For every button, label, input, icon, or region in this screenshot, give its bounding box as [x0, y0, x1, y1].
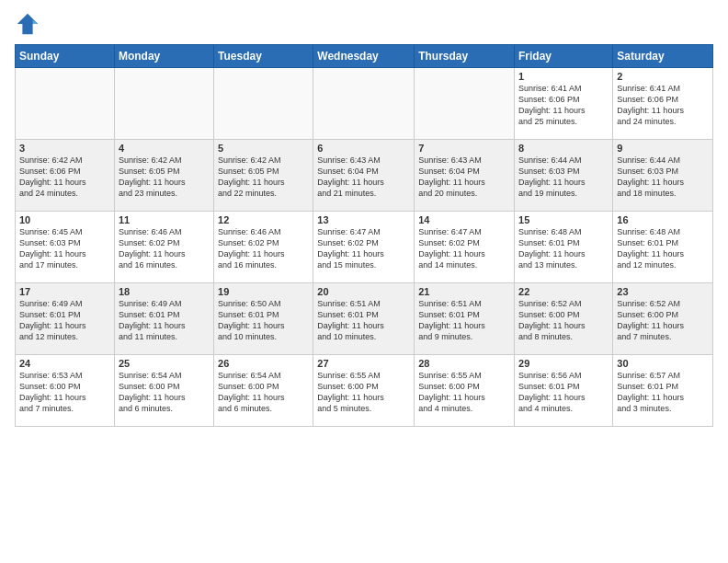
day-number: 8: [518, 143, 609, 154]
calendar-day-cell: 6Sunrise: 6:43 AM Sunset: 6:04 PM Daylig…: [313, 140, 415, 212]
calendar-day-cell: 8Sunrise: 6:44 AM Sunset: 6:03 PM Daylig…: [515, 140, 613, 212]
day-info: Sunrise: 6:49 AM Sunset: 6:01 PM Dayligh…: [19, 298, 110, 343]
calendar-week-row: 17Sunrise: 6:49 AM Sunset: 6:01 PM Dayli…: [16, 283, 713, 355]
day-info: Sunrise: 6:54 AM Sunset: 6:00 PM Dayligh…: [218, 370, 309, 415]
day-info: Sunrise: 6:54 AM Sunset: 6:00 PM Dayligh…: [119, 370, 210, 415]
day-info: Sunrise: 6:41 AM Sunset: 6:06 PM Dayligh…: [518, 83, 609, 128]
day-info: Sunrise: 6:52 AM Sunset: 6:00 PM Dayligh…: [617, 298, 709, 343]
day-info: Sunrise: 6:43 AM Sunset: 6:04 PM Dayligh…: [317, 155, 410, 200]
calendar-day-cell: 18Sunrise: 6:49 AM Sunset: 6:01 PM Dayli…: [114, 283, 213, 355]
day-info: Sunrise: 6:57 AM Sunset: 6:01 PM Dayligh…: [617, 370, 709, 415]
day-number: 18: [119, 286, 210, 297]
day-number: 25: [119, 358, 210, 369]
calendar-day-cell: 22Sunrise: 6:52 AM Sunset: 6:00 PM Dayli…: [515, 283, 613, 355]
day-number: 16: [617, 214, 709, 225]
calendar-day-cell: 19Sunrise: 6:50 AM Sunset: 6:01 PM Dayli…: [214, 283, 313, 355]
day-number: 22: [518, 286, 609, 297]
calendar-day-cell: 28Sunrise: 6:55 AM Sunset: 6:00 PM Dayli…: [415, 355, 515, 427]
weekday-header: Friday: [515, 45, 613, 68]
day-number: 1: [518, 71, 609, 82]
logo-icon: [15, 11, 40, 37]
day-number: 4: [119, 143, 210, 154]
day-number: 19: [218, 286, 309, 297]
calendar-week-row: 3Sunrise: 6:42 AM Sunset: 6:06 PM Daylig…: [16, 140, 713, 212]
day-info: Sunrise: 6:42 AM Sunset: 6:06 PM Dayligh…: [19, 155, 110, 200]
calendar-day-cell: [415, 68, 515, 140]
calendar-day-cell: 14Sunrise: 6:47 AM Sunset: 6:02 PM Dayli…: [415, 212, 515, 283]
day-info: Sunrise: 6:52 AM Sunset: 6:00 PM Dayligh…: [518, 298, 609, 343]
calendar-day-cell: 3Sunrise: 6:42 AM Sunset: 6:06 PM Daylig…: [16, 140, 115, 212]
weekday-header: Thursday: [415, 45, 515, 68]
day-number: 10: [19, 214, 110, 225]
calendar-day-cell: 9Sunrise: 6:44 AM Sunset: 6:03 PM Daylig…: [613, 140, 713, 212]
day-number: 20: [317, 286, 410, 297]
calendar-day-cell: 11Sunrise: 6:46 AM Sunset: 6:02 PM Dayli…: [114, 212, 213, 283]
day-number: 12: [218, 214, 309, 225]
day-info: Sunrise: 6:46 AM Sunset: 6:02 PM Dayligh…: [119, 226, 210, 271]
calendar-day-cell: [114, 68, 213, 140]
day-info: Sunrise: 6:47 AM Sunset: 6:02 PM Dayligh…: [317, 226, 410, 271]
day-number: 13: [317, 214, 410, 225]
logo: [15, 11, 44, 37]
weekday-header: Monday: [114, 45, 213, 68]
day-info: Sunrise: 6:45 AM Sunset: 6:03 PM Dayligh…: [19, 226, 110, 271]
calendar-day-cell: 4Sunrise: 6:42 AM Sunset: 6:05 PM Daylig…: [114, 140, 213, 212]
day-number: 3: [19, 143, 110, 154]
day-info: Sunrise: 6:47 AM Sunset: 6:02 PM Dayligh…: [418, 226, 510, 271]
day-info: Sunrise: 6:46 AM Sunset: 6:02 PM Dayligh…: [218, 226, 309, 271]
day-info: Sunrise: 6:43 AM Sunset: 6:04 PM Dayligh…: [418, 155, 510, 200]
calendar-day-cell: 15Sunrise: 6:48 AM Sunset: 6:01 PM Dayli…: [515, 212, 613, 283]
calendar-day-cell: 20Sunrise: 6:51 AM Sunset: 6:01 PM Dayli…: [313, 283, 415, 355]
calendar-day-cell: 30Sunrise: 6:57 AM Sunset: 6:01 PM Dayli…: [613, 355, 713, 427]
day-info: Sunrise: 6:53 AM Sunset: 6:00 PM Dayligh…: [19, 370, 110, 415]
weekday-header: Saturday: [613, 45, 713, 68]
day-number: 30: [617, 358, 709, 369]
day-number: 26: [218, 358, 309, 369]
calendar: SundayMondayTuesdayWednesdayThursdayFrid…: [15, 44, 713, 427]
day-number: 7: [418, 143, 510, 154]
calendar-day-cell: 23Sunrise: 6:52 AM Sunset: 6:00 PM Dayli…: [613, 283, 713, 355]
calendar-day-cell: [214, 68, 313, 140]
calendar-day-cell: 13Sunrise: 6:47 AM Sunset: 6:02 PM Dayli…: [313, 212, 415, 283]
day-info: Sunrise: 6:50 AM Sunset: 6:01 PM Dayligh…: [218, 298, 309, 343]
calendar-day-cell: 12Sunrise: 6:46 AM Sunset: 6:02 PM Dayli…: [214, 212, 313, 283]
day-info: Sunrise: 6:41 AM Sunset: 6:06 PM Dayligh…: [617, 83, 709, 128]
calendar-day-cell: [313, 68, 415, 140]
day-number: 29: [518, 358, 609, 369]
day-number: 5: [218, 143, 309, 154]
day-number: 11: [119, 214, 210, 225]
day-info: Sunrise: 6:48 AM Sunset: 6:01 PM Dayligh…: [617, 226, 709, 271]
day-number: 14: [418, 214, 510, 225]
calendar-day-cell: 10Sunrise: 6:45 AM Sunset: 6:03 PM Dayli…: [16, 212, 115, 283]
day-info: Sunrise: 6:55 AM Sunset: 6:00 PM Dayligh…: [317, 370, 410, 415]
day-info: Sunrise: 6:42 AM Sunset: 6:05 PM Dayligh…: [218, 155, 309, 200]
day-number: 28: [418, 358, 510, 369]
day-info: Sunrise: 6:51 AM Sunset: 6:01 PM Dayligh…: [317, 298, 410, 343]
day-number: 23: [617, 286, 709, 297]
calendar-day-cell: 27Sunrise: 6:55 AM Sunset: 6:00 PM Dayli…: [313, 355, 415, 427]
day-info: Sunrise: 6:56 AM Sunset: 6:01 PM Dayligh…: [518, 370, 609, 415]
day-info: Sunrise: 6:55 AM Sunset: 6:00 PM Dayligh…: [418, 370, 510, 415]
calendar-week-row: 24Sunrise: 6:53 AM Sunset: 6:00 PM Dayli…: [16, 355, 713, 427]
day-info: Sunrise: 6:44 AM Sunset: 6:03 PM Dayligh…: [518, 155, 609, 200]
day-info: Sunrise: 6:42 AM Sunset: 6:05 PM Dayligh…: [119, 155, 210, 200]
calendar-day-cell: 24Sunrise: 6:53 AM Sunset: 6:00 PM Dayli…: [16, 355, 115, 427]
day-info: Sunrise: 6:48 AM Sunset: 6:01 PM Dayligh…: [518, 226, 609, 271]
day-info: Sunrise: 6:49 AM Sunset: 6:01 PM Dayligh…: [119, 298, 210, 343]
day-number: 2: [617, 71, 709, 82]
calendar-day-cell: 16Sunrise: 6:48 AM Sunset: 6:01 PM Dayli…: [613, 212, 713, 283]
calendar-day-cell: 29Sunrise: 6:56 AM Sunset: 6:01 PM Dayli…: [515, 355, 613, 427]
calendar-day-cell: 21Sunrise: 6:51 AM Sunset: 6:01 PM Dayli…: [415, 283, 515, 355]
calendar-day-cell: 25Sunrise: 6:54 AM Sunset: 6:00 PM Dayli…: [114, 355, 213, 427]
calendar-day-cell: 17Sunrise: 6:49 AM Sunset: 6:01 PM Dayli…: [16, 283, 115, 355]
weekday-header: Sunday: [16, 45, 115, 68]
calendar-week-row: 10Sunrise: 6:45 AM Sunset: 6:03 PM Dayli…: [16, 212, 713, 283]
weekday-header: Tuesday: [214, 45, 313, 68]
day-info: Sunrise: 6:51 AM Sunset: 6:01 PM Dayligh…: [418, 298, 510, 343]
day-number: 6: [317, 143, 410, 154]
calendar-day-cell: 2Sunrise: 6:41 AM Sunset: 6:06 PM Daylig…: [613, 68, 713, 140]
day-number: 27: [317, 358, 410, 369]
calendar-day-cell: 26Sunrise: 6:54 AM Sunset: 6:00 PM Dayli…: [214, 355, 313, 427]
calendar-day-cell: [16, 68, 115, 140]
day-info: Sunrise: 6:44 AM Sunset: 6:03 PM Dayligh…: [617, 155, 709, 200]
